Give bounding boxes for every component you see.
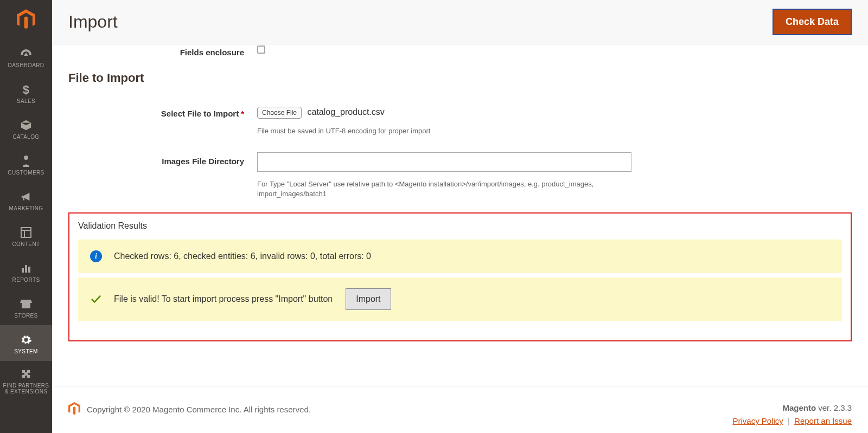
sidebar-item-label: STORES (14, 313, 37, 319)
sidebar-item-system[interactable]: SYSTEM (0, 325, 52, 361)
validation-info-text: Checked rows: 6, checked entities: 6, in… (114, 251, 371, 261)
sidebar-item-content[interactable]: CONTENT (0, 218, 52, 254)
gear-icon (18, 333, 34, 346)
version-line: Magento ver. 2.3.3 (732, 402, 852, 415)
layout-icon (18, 226, 34, 239)
select-file-row: Select File to Import* Choose File catal… (68, 107, 852, 136)
privacy-policy-link[interactable]: Privacy Policy (732, 416, 783, 425)
svg-point-1 (24, 156, 28, 160)
product-name: Magento (782, 403, 816, 412)
megaphone-icon (18, 190, 34, 203)
page-header: Import Check Data (52, 0, 868, 44)
sidebar-item-sales[interactable]: $ SALES (0, 75, 52, 111)
sidebar-item-customers[interactable]: CUSTOMERS (0, 146, 52, 182)
sidebar-item-label: MARKETING (9, 205, 43, 211)
validation-success-message: File is valid! To start import process p… (78, 277, 842, 321)
report-issue-link[interactable]: Report an Issue (794, 416, 852, 425)
info-icon: i (90, 250, 102, 262)
sidebar-item-label: SYSTEM (14, 348, 38, 354)
main-content: Import Check Data Fields enclosure File … (52, 0, 868, 433)
svg-text:$: $ (23, 83, 30, 96)
validation-results-panel: Validation Results i Checked rows: 6, ch… (68, 212, 852, 341)
import-button[interactable]: Import (346, 288, 391, 310)
bars-icon (18, 262, 34, 275)
puzzle-icon (18, 367, 34, 380)
sidebar-item-label: CATALOG (12, 134, 39, 140)
images-dir-input[interactable] (257, 152, 631, 172)
sidebar-item-label: FIND PARTNERS & EXTENSIONS (2, 383, 50, 395)
footer-separator: | (788, 416, 790, 425)
validation-results-heading: Validation Results (78, 221, 842, 231)
box-icon (18, 119, 34, 132)
version-number: 2.3.3 (834, 403, 852, 412)
select-file-label: Select File to Import* (68, 107, 257, 118)
checkmark-icon (90, 293, 102, 305)
copyright-text: Copyright © 2020 Magento Commerce Inc. A… (87, 405, 311, 414)
form-content: Fields enclosure File to Import Select F… (52, 44, 868, 386)
selected-file-name: catalog_product.csv (307, 107, 384, 117)
magento-footer-logo (68, 402, 80, 417)
choose-file-button[interactable]: Choose File (257, 107, 302, 119)
sidebar-item-label: CUSTOMERS (8, 170, 44, 176)
person-icon (18, 154, 34, 167)
admin-sidebar: DASHBOARD $ SALES CATALOG CUSTOMERS MARK… (0, 0, 52, 433)
sidebar-item-dashboard[interactable]: DASHBOARD (0, 39, 52, 75)
images-dir-row: Images File Directory For Type "Local Se… (68, 152, 852, 199)
fields-enclosure-label: Fields enclosure (68, 46, 257, 57)
sidebar-item-reports[interactable]: REPORTS (0, 254, 52, 289)
images-dir-note: For Type "Local Server" use relative pat… (257, 179, 637, 199)
file-encoding-note: File must be saved in UTF-8 encoding for… (257, 126, 637, 136)
images-dir-label: Images File Directory (68, 152, 257, 166)
page-title: Import (68, 12, 118, 32)
sidebar-item-label: DASHBOARD (8, 62, 44, 68)
check-data-button[interactable]: Check Data (773, 9, 852, 35)
sidebar-item-label: CONTENT (12, 241, 40, 247)
validation-info-message: i Checked rows: 6, checked entities: 6, … (78, 240, 842, 273)
version-prefix: ver. (816, 403, 834, 412)
storefront-icon (18, 298, 34, 311)
page-footer: Copyright © 2020 Magento Commerce Inc. A… (52, 386, 868, 433)
magento-logo[interactable] (0, 0, 52, 39)
sidebar-item-label: REPORTS (12, 277, 40, 283)
sidebar-item-stores[interactable]: STORES (0, 289, 52, 325)
svg-rect-5 (22, 268, 24, 273)
sidebar-item-marketing[interactable]: MARKETING (0, 182, 52, 218)
select-file-label-text: Select File to Import (161, 109, 239, 118)
fields-enclosure-checkbox[interactable] (257, 46, 265, 54)
dollar-icon: $ (18, 83, 34, 96)
sidebar-item-catalog[interactable]: CATALOG (0, 111, 52, 146)
file-to-import-heading: File to Import (68, 71, 852, 85)
gauge-icon (18, 47, 34, 60)
svg-rect-6 (25, 265, 27, 273)
required-asterisk: * (241, 109, 244, 118)
fields-enclosure-row: Fields enclosure (68, 46, 852, 57)
validation-success-text: File is valid! To start import process p… (114, 294, 333, 304)
svg-rect-7 (28, 267, 30, 273)
sidebar-item-partners[interactable]: FIND PARTNERS & EXTENSIONS (0, 361, 52, 400)
sidebar-item-label: SALES (17, 98, 35, 104)
svg-rect-2 (21, 228, 31, 237)
